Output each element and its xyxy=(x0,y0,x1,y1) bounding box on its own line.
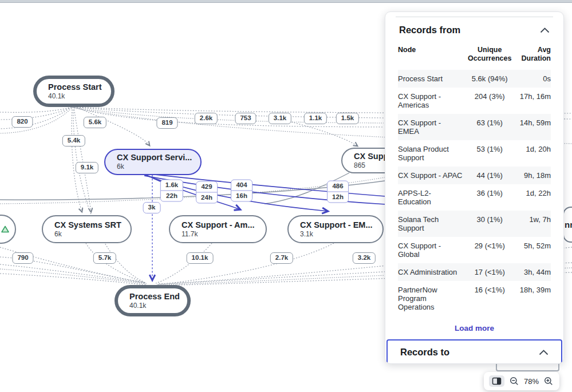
cell-unique-occurrences: 30 (1%) xyxy=(467,215,512,232)
edge-label[interactable]: 820 xyxy=(11,116,33,128)
node-label: CX Systems SRT xyxy=(54,220,121,230)
cell-avg-duration: 5h, 52m xyxy=(512,241,551,259)
node-cx-support-emea[interactable]: CX Support - EM... 3.1k xyxy=(287,215,384,243)
edge-label[interactable]: 2.7k xyxy=(270,252,293,264)
edge-label[interactable]: 3.2k xyxy=(353,252,376,264)
edge-label[interactable]: 753 xyxy=(235,113,256,124)
table-row: CX Administration17 (<1%)3h, 44m xyxy=(398,263,551,281)
cell-avg-duration: 1d, 22h xyxy=(512,189,551,206)
table-header: Node Unique Occurrences Avg Duration xyxy=(398,41,551,70)
triangle-up-icon xyxy=(1,225,9,233)
table-row: CX Support - EMEA63 (1%)14h, 59m xyxy=(398,114,551,140)
cell-avg-duration: 0s xyxy=(512,74,551,83)
section-title: Records to xyxy=(400,347,449,358)
edge-label[interactable]: 2.6k xyxy=(195,113,218,124)
node-right-partial[interactable]: nni xyxy=(563,207,572,243)
cell-unique-occurrences: 53 (1%) xyxy=(467,145,512,162)
table-row: CX Support - Americas204 (3%)17h, 16m xyxy=(398,88,551,114)
edge-label[interactable]: 42924h xyxy=(196,181,218,204)
cell-avg-duration: 9h, 18m xyxy=(512,171,551,180)
cell-unique-occurrences: 63 (1%) xyxy=(467,118,512,136)
edge-label[interactable]: 1.5k xyxy=(336,113,359,124)
edge-label[interactable]: 48612h xyxy=(327,181,349,203)
zoom-toolbar: 78% xyxy=(484,372,559,390)
node-count: 6k xyxy=(54,230,123,238)
node-count: 40.1k xyxy=(48,92,103,100)
node-label: CX Support - Am... xyxy=(182,220,255,230)
node-count: 6k xyxy=(117,163,192,171)
node-label: Process Start xyxy=(48,82,102,92)
cell-avg-duration: 1w, 7h xyxy=(512,215,551,232)
edge-label[interactable]: 819 xyxy=(156,117,177,129)
node-count: 40.1k xyxy=(129,302,179,310)
node-label: CX Support - EM... xyxy=(300,220,372,230)
cell-unique-occurrences: 17 (<1%) xyxy=(467,268,512,276)
cell-node: Solana Product Support xyxy=(398,145,467,162)
zoom-out-button[interactable] xyxy=(508,375,520,387)
records-to-section: Records to Node Unique Occurrences Avg D… xyxy=(398,339,551,364)
edge-label[interactable]: 790 xyxy=(12,252,33,264)
zoom-in-button[interactable] xyxy=(543,375,554,387)
edge-label[interactable]: 40416h xyxy=(231,180,253,202)
cell-node: Process Start xyxy=(398,74,467,83)
table-row: PartnerNow Program Operations16 (<1%)18h… xyxy=(398,281,551,316)
records-to-header[interactable]: Records to xyxy=(399,342,550,362)
cell-unique-occurrences: 29 (<1%) xyxy=(467,241,512,259)
cell-unique-occurrences: 36 (1%) xyxy=(467,189,512,206)
edge-label[interactable]: 3.1k xyxy=(269,113,291,124)
load-more-button[interactable]: Load more xyxy=(450,322,499,335)
edge-label[interactable]: 9.1k xyxy=(76,162,98,173)
cell-avg-duration: 17h, 16m xyxy=(512,92,551,109)
cell-node: CX Support - EMEA xyxy=(398,118,467,136)
cell-avg-duration: 3h, 44m xyxy=(512,268,551,276)
records-from-header[interactable]: Records from xyxy=(398,17,551,41)
records-to-focus-box: Records to xyxy=(386,339,562,364)
records-from-section: Records from Node Unique Occurrences Avg… xyxy=(398,17,551,335)
node-count: 11.7k xyxy=(182,230,258,238)
cell-unique-occurrences: 204 (3%) xyxy=(467,92,512,109)
cell-node: CX Administration xyxy=(398,268,467,276)
edge-label[interactable]: 5.7k xyxy=(93,252,116,264)
cell-unique-occurrences: 5.6k (94%) xyxy=(467,74,512,83)
node-count: 3.1k xyxy=(300,230,374,238)
chevron-up-icon xyxy=(539,350,549,355)
cell-unique-occurrences: 16 (<1%) xyxy=(467,286,512,311)
edge-label[interactable]: 10.1k xyxy=(187,252,214,264)
table-row: APPS-L2-Education36 (1%)1d, 22h xyxy=(398,184,551,211)
node-cx-support-services[interactable]: CX Support Servi... 6k xyxy=(104,149,202,175)
zoom-in-icon xyxy=(544,377,553,386)
section-title: Records from xyxy=(399,25,460,35)
process-map-canvas[interactable]: 8205.6k8192.6k7533.1k1.1k1.5k5.4k9.1k1.6… xyxy=(0,0,572,392)
zoom-level: 78% xyxy=(524,377,539,386)
zoom-out-icon xyxy=(510,377,519,386)
cell-node: PartnerNow Program Operations xyxy=(398,286,467,311)
table-row: Process Start5.6k (94%)0s xyxy=(398,70,551,88)
records-from-table: Process Start5.6k (94%)0sCX Support - Am… xyxy=(398,70,551,316)
cell-node: CX Support - Global xyxy=(398,241,467,259)
edge-label[interactable]: 1.1k xyxy=(304,113,327,124)
cell-node: CX Support - Americas xyxy=(398,92,467,109)
edge-label[interactable]: 1.6k22h xyxy=(160,180,183,202)
cell-avg-duration: 14h, 59m xyxy=(512,118,551,136)
edge-label[interactable]: 5.4k xyxy=(62,135,85,146)
chevron-up-icon xyxy=(540,27,550,33)
cell-unique-occurrences: 44 (1%) xyxy=(467,171,512,180)
cell-node: CX Support - APAC xyxy=(398,171,467,180)
node-cx-systems-srt[interactable]: CX Systems SRT 6k xyxy=(42,215,132,243)
node-process-start[interactable]: Process Start 40.1k xyxy=(33,76,115,107)
node-process-end[interactable]: Process End 40.1k xyxy=(115,285,191,316)
cell-avg-duration: 18h, 39m xyxy=(512,286,551,311)
edge-details-panel: Records from Node Unique Occurrences Avg… xyxy=(385,11,564,364)
cell-avg-duration: 1d, 20h xyxy=(512,145,551,162)
node-cx-support-americas[interactable]: CX Support - Am... 11.7k xyxy=(169,215,267,243)
edge-label[interactable]: 3k xyxy=(143,202,161,213)
minimap-toggle-icon xyxy=(492,377,502,385)
node-label: nni xyxy=(565,220,572,229)
table-row: Solana Tech Support30 (1%)1w, 7h xyxy=(398,211,551,237)
table-row: CX Support - APAC44 (1%)9h, 18m xyxy=(398,167,551,184)
cell-node: Solana Tech Support xyxy=(398,215,467,232)
minimap-toggle-button[interactable] xyxy=(489,375,504,387)
table-row: Solana Product Support53 (1%)1d, 20h xyxy=(398,140,551,167)
edge-label[interactable]: 5.6k xyxy=(84,117,106,128)
node-label: CX Support Servi... xyxy=(117,153,192,163)
